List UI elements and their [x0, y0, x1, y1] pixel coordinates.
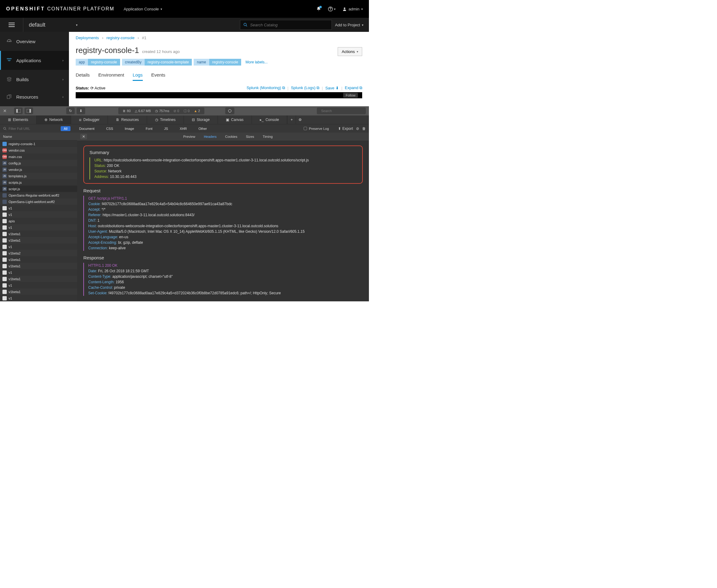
request-row[interactable]: v1 [0, 205, 77, 211]
header-row: User-Agent: Mozilla/5.0 (Macintosh; Inte… [88, 229, 363, 234]
request-row[interactable]: apis [0, 218, 77, 224]
detail-tab-timing[interactable]: Timing [258, 133, 277, 141]
user-menu[interactable]: admin▾ [342, 7, 363, 11]
request-row[interactable]: OpenSans-Regular-webfont.woff2 [0, 192, 77, 198]
name-column-header[interactable]: Name [0, 133, 77, 141]
sidebar-item-resources[interactable]: Resources › [0, 89, 69, 105]
request-row[interactable]: v1 [0, 211, 77, 218]
notifications-button[interactable] [316, 6, 321, 11]
clear-button[interactable]: ⊘ [356, 126, 359, 131]
detail-tab-sizes[interactable]: Sizes [242, 133, 258, 141]
filter-font[interactable]: Font [143, 126, 156, 131]
filter-css[interactable]: CSS [103, 126, 116, 131]
close-details-button[interactable]: ✕ [80, 134, 87, 139]
preserve-log-toggle[interactable]: Preserve Log [304, 127, 329, 130]
filter-document[interactable]: Document [76, 126, 98, 131]
filter-xhr[interactable]: XHR [177, 126, 190, 131]
download-button[interactable]: ⬇ [77, 107, 85, 114]
trash-button[interactable]: 🗑 [362, 126, 366, 131]
request-row[interactable]: registry-console-1 [0, 141, 77, 147]
more-labels-link[interactable]: More labels... [245, 60, 267, 64]
devtools-search[interactable] [317, 107, 366, 114]
request-row[interactable]: JSconfig.js [0, 160, 77, 166]
request-row[interactable]: JSscripts.js [0, 179, 77, 186]
warning-count: ▲ 2 [194, 109, 200, 113]
detail-tab-preview[interactable]: Preview [179, 133, 200, 141]
label-createdby[interactable]: createdByregistry-console-template [122, 59, 192, 65]
save-link[interactable]: Save ⬇ [325, 86, 339, 90]
sidebar-item-builds[interactable]: Builds › [0, 70, 69, 89]
tab-debugger[interactable]: ⧇Debugger [71, 115, 108, 124]
catalog-search-input[interactable] [250, 23, 328, 27]
filter-all[interactable]: All [61, 126, 70, 131]
app-selector[interactable]: Application Console▾ [123, 7, 162, 11]
tab-elements[interactable]: ⊞Elements [0, 115, 37, 124]
request-row[interactable]: v1beta1 [0, 276, 77, 282]
detail-tab-cookies[interactable]: Cookies [221, 133, 242, 141]
help-button[interactable]: ▾ [328, 6, 335, 12]
expand-link[interactable]: Expand ⧉ [345, 85, 362, 90]
breadcrumb-deployments[interactable]: Deployments [76, 36, 99, 40]
request-row[interactable]: v1 [0, 224, 77, 231]
request-row[interactable]: JSscript.js [0, 186, 77, 192]
tab-details[interactable]: Details [76, 72, 90, 81]
url-filter[interactable] [3, 127, 55, 130]
tab-storage[interactable]: ⊟Storage [184, 115, 218, 124]
request-name: v1 [8, 206, 12, 210]
sidebar: Overview Applications › Builds › Resourc… [0, 32, 69, 106]
dock-left-button[interactable] [14, 107, 23, 114]
main-content: Deployments › registry-console › #1 regi… [69, 32, 369, 106]
add-to-project-button[interactable]: Add to Project▾ [335, 23, 363, 27]
request-row[interactable]: v1beta1 [0, 289, 77, 295]
project-selector[interactable]: default▾ [23, 22, 83, 28]
request-row[interactable]: v1 [0, 244, 77, 250]
request-row[interactable]: v1 [0, 295, 77, 301]
sidebar-item-overview[interactable]: Overview [0, 32, 69, 51]
add-tab-button[interactable]: + [287, 115, 296, 124]
close-devtools-button[interactable]: ✕ [3, 108, 7, 113]
label-name[interactable]: nameregistry-console [194, 59, 241, 65]
request-row[interactable]: v1beta1 [0, 263, 77, 269]
label-app[interactable]: appregistry-console [76, 59, 120, 65]
request-row[interactable]: OpenSans-Light-webfont.woff2 [0, 198, 77, 205]
app-header: OPENSHIFT CONTAINER PLATFORM Application… [0, 0, 369, 18]
export-button[interactable]: ⬆ Export [338, 126, 353, 131]
devtools-search-input[interactable] [321, 109, 363, 113]
request-row[interactable]: v1 [0, 282, 77, 289]
dock-right-button[interactable] [24, 107, 33, 114]
request-row[interactable]: v1beta1 [0, 231, 77, 237]
catalog-search[interactable] [240, 20, 332, 30]
menu-toggle[interactable] [0, 18, 23, 32]
detail-tab-headers[interactable]: Headers [200, 133, 221, 141]
request-row[interactable]: v1beta1 [0, 237, 77, 244]
splunk-monitoring-link[interactable]: Splunk (Monitoring) ⧉ [247, 85, 285, 90]
url-filter-input[interactable] [8, 127, 51, 130]
request-row[interactable]: v1beta2 [0, 250, 77, 256]
tab-resources[interactable]: 🗎Resources [108, 115, 147, 124]
tab-console[interactable]: ▸_Console [252, 115, 287, 124]
request-row[interactable]: v1beta1 [0, 256, 77, 263]
tab-timelines[interactable]: ◷Timelines [147, 115, 184, 124]
follow-button[interactable]: Follow [343, 93, 358, 98]
breadcrumb-registry-console[interactable]: registry-console [106, 36, 135, 40]
tab-canvas[interactable]: ▣Canvas [218, 115, 252, 124]
sidebar-item-applications[interactable]: Applications › [0, 51, 69, 70]
filter-js[interactable]: JS [161, 126, 171, 131]
breadcrumb-current: #1 [142, 36, 146, 40]
splunk-logs-link[interactable]: Splunk (Logs) ⧉ [291, 85, 319, 90]
request-row[interactable]: JSvendor.js [0, 166, 77, 173]
tab-logs[interactable]: Logs [133, 72, 143, 81]
tab-events[interactable]: Events [151, 72, 165, 81]
filter-other[interactable]: Other [196, 126, 210, 131]
request-row[interactable]: CSSmain.css [0, 153, 77, 160]
request-row[interactable]: v1 [0, 269, 77, 276]
tab-environment[interactable]: Environment [98, 72, 124, 81]
request-row[interactable]: CSSvendor.css [0, 147, 77, 153]
reload-button[interactable]: ↻ [66, 107, 75, 114]
tab-network[interactable]: ⊕Network [37, 115, 71, 124]
actions-button[interactable]: Actions▾ [338, 47, 362, 56]
settings-button[interactable]: ⚙ [296, 115, 304, 124]
inspect-button[interactable] [225, 107, 234, 114]
request-row[interactable]: JStemplates.js [0, 173, 77, 179]
filter-image[interactable]: Image [122, 126, 137, 131]
